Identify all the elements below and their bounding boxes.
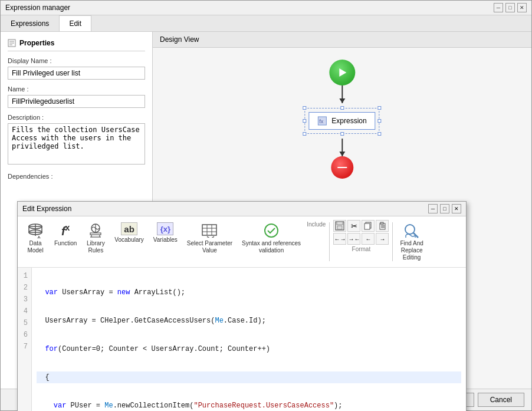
paste-button[interactable] [376,220,389,232]
title-bar-controls: ─ □ ✕ [494,3,527,12]
data-model-label: DataModel [27,240,43,254]
stop-icon [337,166,347,169]
mid-dot-t [340,106,344,110]
separator-1 [329,222,330,261]
connector-2 [341,139,343,156]
cut-button[interactable]: ✂ [347,220,360,232]
code-content: var UsersArray = new ArrayList(); UsersA… [32,268,466,411]
save-group-items: ✂ [333,220,389,232]
properties-label: Properties [19,39,54,47]
end-node [331,156,353,179]
expression-label: Expression [331,117,366,125]
find-replace-icon [402,222,421,239]
title-bar-left: Expression manager [5,4,70,12]
line-num-4: 4 [21,305,28,317]
name-input[interactable] [8,95,145,108]
svg-rect-17 [90,233,101,235]
variables-icon: {x} [157,222,173,235]
svg-rect-35 [380,222,383,224]
close-button[interactable]: ✕ [517,3,527,12]
svg-rect-33 [364,223,370,229]
format-label: Format [352,246,371,252]
find-replace-label: Find AndReplaceEditing [400,240,423,261]
main-window: Expression manager ─ □ ✕ Expressions Edi… [0,0,532,411]
outdent-button[interactable]: ← [362,233,375,245]
play-icon [336,67,348,78]
code-line-2: UsersArray = CHelper.GetCaseAccessUsers(… [37,315,461,327]
modal-close-button[interactable]: ✕ [452,204,461,213]
variables-label: Variables [153,236,178,244]
modal-title-bar: Edit Expression ─ □ ✕ [18,202,466,216]
corner-dot-bl [303,132,306,136]
main-cancel-button[interactable]: Cancel [478,393,524,407]
function-button[interactable]: fx Function [51,220,80,249]
line-num-1: 1 [21,270,28,282]
grid-icon [201,223,218,238]
mid-dot-l [303,119,306,123]
line-numbers: 1 2 3 4 5 6 7 [18,268,32,411]
save-icon [335,221,344,231]
copy-button[interactable] [362,220,375,232]
display-name-input[interactable] [8,67,145,80]
start-node [329,60,355,86]
modal-toolbar: DataModel fx Function [18,216,466,268]
function-label: Function [54,240,77,247]
description-label: Description : [8,114,145,121]
maximize-button[interactable]: □ [505,3,515,12]
function-icon-text: fx [61,223,70,238]
library-rules-icon [86,222,105,239]
select-parameter-button[interactable]: Select ParameterValue [183,220,236,257]
vocabulary-icon-text: ab [124,224,134,234]
expression-node[interactable]: fx Expression [308,112,375,130]
tab-edit[interactable]: Edit [59,15,91,31]
include-label: Include [307,221,326,228]
line-num-7: 7 [21,341,28,353]
minimize-button[interactable]: ─ [494,3,503,12]
svg-rect-31 [337,226,342,229]
code-editor[interactable]: 1 2 3 4 5 6 7 var UsersArray = new Array… [18,268,466,411]
tab-expressions[interactable]: Expressions [1,15,59,31]
svg-line-26 [207,236,211,238]
function-icon: fx [56,222,75,239]
library-rules-label: LibraryRules [87,240,105,254]
variables-icon-text: {x} [160,225,170,234]
indent-right-button[interactable]: →← [347,233,360,245]
vocabulary-button[interactable]: ab Vocabulary [111,220,147,246]
find-replace-button[interactable]: Find AndReplaceEditing [396,220,426,264]
syntax-validation-label: Syntax and referencesvalidation [242,240,301,254]
indent-left-button[interactable]: ←→ [333,233,346,245]
save-button[interactable] [333,220,346,232]
name-group: Name : [8,86,145,108]
line-num-6: 6 [21,329,28,341]
line-num-5: 5 [21,317,28,329]
code-line-3: for(Counter=0; Counter < UsersArray.Coun… [37,343,461,355]
indent-button[interactable]: → [376,233,389,245]
svg-rect-30 [337,222,343,225]
syntax-validation-button[interactable]: Syntax and referencesvalidation [238,220,304,257]
separator-2 [392,222,393,261]
line-num-2: 2 [21,282,28,294]
window-title: Expression manager [5,4,70,12]
properties-header: Properties [8,39,145,51]
checkmark-circle-icon [263,222,280,239]
corner-dot-tl [303,106,306,110]
modal-controls: ─ □ ✕ [428,204,461,213]
modal-minimize-button[interactable]: ─ [428,204,438,213]
variables-button[interactable]: {x} Variables [150,220,181,246]
data-model-icon [26,222,45,239]
library-rules-button[interactable]: LibraryRules [83,220,109,257]
modal-maximize-button[interactable]: □ [440,204,449,213]
data-model-button[interactable]: DataModel [22,220,48,257]
code-line-4: { [37,371,461,383]
display-name-label: Display Name : [8,57,145,64]
description-textarea[interactable]: Fills the collection UsersCase​Access wi… [8,123,145,165]
include-group: Include [307,220,326,228]
format-arrows: ←→ →← ← → [333,233,389,245]
select-parameter-label: Select ParameterValue [187,240,232,254]
vocabulary-label: Vocabulary [114,236,143,244]
line-num-3: 3 [21,294,28,305]
svg-marker-4 [339,68,346,77]
title-bar: Expression manager ─ □ ✕ [1,1,531,15]
description-group: Description : Fills the collection Users… [8,114,145,165]
dependencies-label: Dependencies : [8,173,145,180]
